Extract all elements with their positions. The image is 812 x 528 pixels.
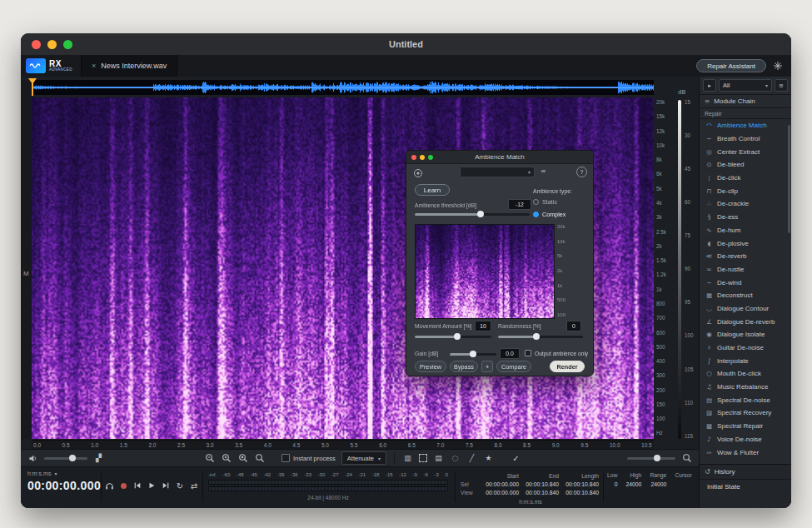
monitor-button[interactable] [104,481,114,491]
gain-field[interactable]: 0.0 [500,348,520,359]
history-header[interactable]: ↺ History [700,465,791,480]
threshold-value-field[interactable]: -12 [508,199,531,210]
preset-dropdown[interactable]: ▾ [460,167,535,177]
dialog-minimize-button[interactable] [420,155,425,160]
module-item-music-rebalance[interactable]: ♫Music Rebalance [700,381,791,394]
movement-amount-field[interactable]: 10 [475,321,491,331]
selection-value[interactable]: 00:00:10.840 [519,481,559,489]
selection-value[interactable]: 00:00:10.840 [519,489,559,497]
titlebar[interactable]: Untitled [21,33,791,56]
module-item-spectral-repair[interactable]: ▩Spectral Repair [700,420,791,433]
play-button[interactable] [147,481,157,491]
file-tab[interactable]: × News Interview.wav [81,55,177,77]
bypass-button[interactable]: Bypass [450,361,478,372]
module-item-wow-flutter[interactable]: ∾Wow & Flutter [700,446,791,459]
slider-knob[interactable] [454,333,461,340]
time-selection-tool-icon[interactable]: ▥ [402,453,413,464]
magic-wand-tool-icon[interactable]: ★ [483,453,494,464]
repair-assistant-button[interactable]: Repair Assistant [696,59,766,72]
zoom-magnifier-icon[interactable] [681,453,692,464]
minimize-window-button[interactable] [47,40,57,49]
instant-process-checkbox[interactable]: Instant process [281,454,336,462]
compare-button[interactable]: Compare [496,361,531,372]
brush-tool-icon[interactable]: ╱ [466,453,477,464]
module-item-de-reverb[interactable]: ≪De-reverb [700,250,791,263]
module-item-de-ess[interactable]: §De-ess [700,211,791,224]
add-preset-button[interactable]: + [481,361,493,372]
amplitude-legend-bar[interactable] [678,100,681,439]
playhead-marker[interactable] [28,78,37,84]
randomness-slider[interactable] [498,336,583,338]
selection-value[interactable]: 00:00:00.000 [479,489,519,497]
dialog-zoom-button[interactable] [428,155,433,160]
movement-amount-slider[interactable] [415,336,491,338]
close-tab-icon[interactable]: × [92,62,96,70]
module-item-de-click[interactable]: ¦De-click [700,172,791,185]
module-item-de-bleed[interactable]: ⊙De-bleed [700,158,791,172]
module-item-de-clip[interactable]: ⊓De-clip [700,184,791,197]
module-item-deconstruct[interactable]: ▦Deconstruct [700,289,791,302]
selection-value[interactable]: 00:00:10.840 [559,481,599,489]
render-button[interactable]: Render [550,361,585,372]
preview-button[interactable]: Preview [415,361,446,372]
slider-knob[interactable] [470,351,476,357]
freq-value[interactable]: 24000 [625,481,641,487]
module-item-dialogue-isolate[interactable]: ◉Dialogue Isolate [700,328,791,341]
selection-value[interactable]: 00:00:00.000 [479,481,519,489]
loop-playback-button[interactable]: ↻ [175,481,185,491]
module-item-mouth-de-click[interactable]: ○Mouth De-click [700,367,791,381]
freq-value[interactable]: 24000 [651,481,667,487]
slider-knob[interactable] [533,333,540,340]
sidebar-scrollbar[interactable] [788,125,790,233]
zoom-window-button[interactable] [63,40,72,49]
playhead-time-display[interactable]: 00:00:00.000 [27,479,101,492]
output-ambience-only-checkbox[interactable] [525,350,531,356]
zoom-knob[interactable] [654,455,660,461]
learn-button[interactable]: Learn [415,184,450,196]
volume-knob[interactable] [69,455,76,461]
module-item-ambience-match[interactable]: ◠Ambience Match [700,119,791,132]
module-item-center-extract[interactable]: ◎Center Extract [700,145,791,158]
go-to-start-button[interactable] [132,481,142,491]
module-item-voice-de-noise[interactable]: ♪Voice De-noise [700,433,791,446]
repair-section-header[interactable]: Repair [700,108,791,119]
module-item-spectral-de-noise[interactable]: ▤Spectral De-noise [700,393,791,406]
module-preview-button[interactable]: ▸ [703,79,716,92]
slider-knob[interactable] [477,211,484,217]
ambience-learn-icon[interactable] [413,167,423,182]
module-item-de-wind[interactable]: ∼De-wind [700,276,791,289]
record-button[interactable] [118,481,128,491]
process-mode-dropdown[interactable]: Attenuate ▾ [341,451,386,465]
module-item-interpolate[interactable]: ∫Interpolate [700,354,791,367]
dialog-titlebar[interactable]: Ambience Match [406,151,593,164]
category-filter-dropdown[interactable]: All ▾ [719,79,772,92]
time-ruler[interactable]: 0.00.51.01.52.02.53.03.54.04.55.05.56.06… [32,440,654,449]
level-meter[interactable]: -inf.-60-48-45-42-39-36-33-30-27-24-21-1… [208,472,448,501]
go-to-end-button[interactable] [161,481,171,491]
waveform-overview[interactable] [32,80,654,95]
time-freq-selection-tool-icon[interactable] [419,454,427,462]
zoom-fit-icon[interactable] [254,453,265,464]
module-item-guitar-de-noise[interactable]: ♯Guitar De-noise [700,341,791,355]
module-item-dialogue-contour[interactable]: ◡Dialogue Contour [700,302,791,316]
module-item-spectral-recovery[interactable]: ▨Spectral Recovery [700,406,791,420]
preset-menu-icon[interactable]: ≡ [541,167,546,175]
threshold-slider[interactable] [415,213,530,216]
module-item-de-crackle[interactable]: ∴De-crackle [700,197,791,211]
apply-selection-icon[interactable]: ✓ [511,453,521,464]
frequency-range-info[interactable]: Low0High24000Range24000Cursor [607,472,692,487]
spectrogram-waveform-blend-icon[interactable]: ▞ [93,453,104,464]
zoom-out-icon[interactable] [204,453,215,464]
dialog-close-button[interactable] [411,155,416,160]
help-icon[interactable]: ? [576,167,587,177]
ambience-type-complex[interactable]: Complex [533,211,565,218]
selection-value[interactable]: 00:00:10.840 [559,489,599,497]
zoom-in-icon[interactable] [221,453,232,464]
module-item-dialogue-de-reverb[interactable]: ∠Dialogue De-reverb [700,315,791,328]
channel-label[interactable]: M [23,270,29,277]
follow-playhead-button[interactable]: ⇄ [189,481,199,491]
module-chain-item[interactable]: ≡ Module Chain [700,94,791,108]
zoom-slider[interactable] [627,457,675,460]
frequency-scale[interactable]: 20k15k12k10k8k6k5k4k3k2.5k2k1.5k1.2k1k80… [656,100,675,436]
freq-selection-tool-icon[interactable]: ▤ [433,453,444,464]
